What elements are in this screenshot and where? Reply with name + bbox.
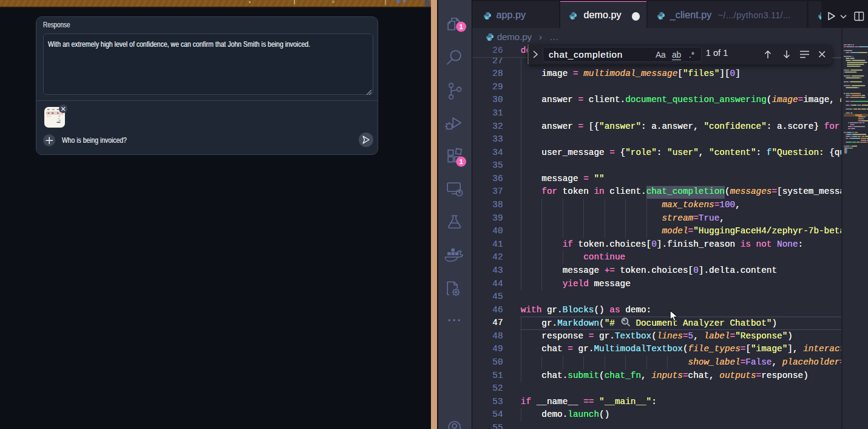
svg-text:1: 1 <box>459 23 463 30</box>
svg-text:1: 1 <box>459 158 463 165</box>
